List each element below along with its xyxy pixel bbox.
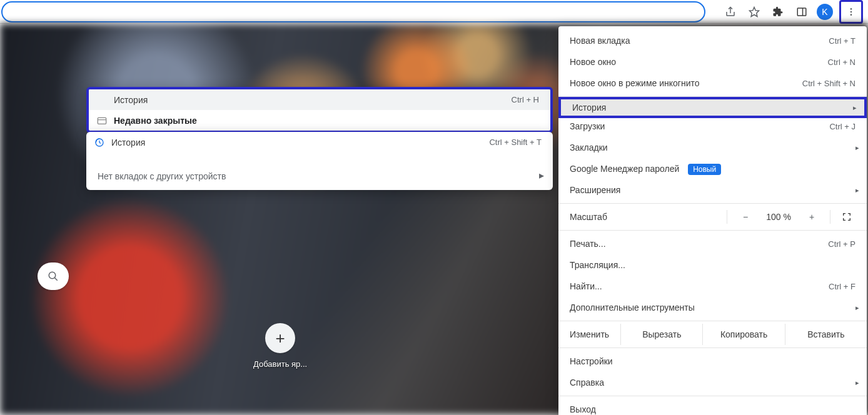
browser-toolbar: K bbox=[0, 0, 868, 24]
chevron-right-icon: ▸ bbox=[855, 186, 859, 194]
chevron-right-icon: ▸ bbox=[855, 144, 859, 152]
menu-label: Google Менеджер паролей Новый bbox=[570, 164, 721, 174]
menu-label: История bbox=[572, 102, 606, 112]
more-vert-icon[interactable] bbox=[842, 3, 860, 21]
menu-label: Трансляция... bbox=[570, 260, 625, 270]
new-badge: Новый bbox=[688, 164, 721, 175]
menu-shortcut: Ctrl + Shift + T bbox=[489, 138, 542, 147]
history-item-history[interactable]: История Ctrl + H bbox=[89, 89, 550, 110]
chrome-main-menu: Новая вкладка Ctrl + T Новое окно Ctrl +… bbox=[558, 26, 867, 415]
search-icon bbox=[48, 271, 59, 282]
history-no-tabs-text: Нет вкладок с других устройств bbox=[98, 171, 226, 181]
menu-label: Выход bbox=[570, 404, 596, 414]
plus-icon: + bbox=[265, 323, 295, 353]
menu-settings[interactable]: Настройки bbox=[558, 351, 867, 372]
profile-avatar[interactable]: K bbox=[817, 4, 833, 20]
search-box[interactable] bbox=[38, 262, 69, 290]
menu-zoom: Масштаб − 100 % + bbox=[558, 206, 867, 228]
menu-downloads[interactable]: Загрузки Ctrl + J bbox=[558, 116, 867, 137]
address-bar[interactable] bbox=[1, 1, 705, 22]
menu-cast[interactable]: Трансляция... bbox=[558, 254, 867, 276]
svg-marker-0 bbox=[750, 8, 759, 17]
menu-password-manager[interactable]: Google Менеджер паролей Новый bbox=[558, 158, 867, 179]
menu-shortcut: Ctrl + J bbox=[829, 122, 855, 131]
menu-separator bbox=[558, 230, 867, 231]
history-item-tabs[interactable]: История Ctrl + Shift + T bbox=[86, 132, 553, 152]
menu-new-tab[interactable]: Новая вкладка Ctrl + T bbox=[558, 30, 867, 51]
menu-label: Новая вкладка bbox=[570, 36, 630, 46]
menu-label: История bbox=[114, 95, 148, 105]
menu-separator bbox=[558, 348, 867, 348]
zoom-out-button[interactable]: − bbox=[739, 212, 752, 222]
more-menu-highlight bbox=[839, 0, 863, 24]
edit-cut-button[interactable]: Вырезать bbox=[620, 324, 702, 345]
menu-label: Загрузки bbox=[570, 121, 605, 131]
menu-new-window[interactable]: Новое окно Ctrl + N bbox=[558, 51, 867, 72]
menu-extensions[interactable]: Расширения ▸ bbox=[558, 179, 867, 201]
menu-label: Расширения bbox=[570, 185, 620, 195]
menu-help[interactable]: Справка ▸ bbox=[558, 372, 867, 393]
svg-point-4 bbox=[850, 11, 852, 13]
history-item-recently-closed[interactable]: Недавно закрытые bbox=[89, 110, 550, 131]
svg-rect-1 bbox=[797, 8, 806, 16]
tab-icon bbox=[96, 115, 108, 126]
zoom-in-button[interactable]: + bbox=[805, 212, 819, 222]
menu-label: Недавно закрытые bbox=[114, 116, 197, 126]
svg-line-7 bbox=[54, 278, 58, 281]
menu-label: Изменить bbox=[558, 324, 620, 345]
add-shortcut-label: Добавить яр... bbox=[253, 359, 307, 369]
menu-shortcut: Ctrl + N bbox=[828, 58, 855, 67]
share-icon[interactable] bbox=[722, 3, 739, 21]
fullscreen-icon[interactable] bbox=[842, 212, 855, 222]
menu-find[interactable]: Найти... Ctrl + F bbox=[558, 276, 867, 297]
menu-label: Новое окно bbox=[570, 57, 616, 67]
chevron-right-icon[interactable]: ▸ bbox=[539, 169, 544, 181]
menu-label: Масштаб bbox=[570, 212, 607, 222]
bookmark-star-icon[interactable] bbox=[745, 3, 763, 21]
add-shortcut[interactable]: + Добавить яр... bbox=[253, 323, 307, 369]
svg-point-6 bbox=[49, 272, 56, 279]
edit-copy-button[interactable]: Копировать bbox=[702, 324, 784, 345]
menu-shortcut: Ctrl + H bbox=[512, 95, 539, 104]
svg-rect-8 bbox=[98, 118, 106, 124]
menu-more-tools[interactable]: Дополнительные инструменты ▸ bbox=[558, 297, 867, 318]
chevron-right-icon: ▸ bbox=[853, 104, 857, 112]
history-submenu: История Ctrl + H Недавно закрытые Истори… bbox=[86, 87, 553, 190]
menu-label: Настройки bbox=[570, 356, 613, 366]
edit-paste-button[interactable]: Вставить bbox=[785, 324, 867, 345]
history-submenu-rest: История Ctrl + Shift + T Нет вкладок с д… bbox=[86, 132, 553, 190]
menu-shortcut: Ctrl + Shift + N bbox=[802, 79, 855, 88]
zoom-value: 100 % bbox=[764, 212, 794, 222]
toolbar-actions: K bbox=[722, 0, 868, 24]
menu-exit[interactable]: Выход bbox=[558, 399, 867, 415]
menu-separator bbox=[558, 321, 867, 321]
menu-label: Справка bbox=[570, 378, 604, 388]
chevron-right-icon: ▸ bbox=[855, 379, 859, 387]
menu-label: Найти... bbox=[570, 281, 602, 291]
menu-incognito[interactable]: Новое окно в режиме инкогнито Ctrl + Shi… bbox=[558, 72, 867, 94]
menu-edit-row: Изменить Вырезать Копировать Вставить bbox=[558, 324, 867, 345]
history-clock-icon bbox=[94, 137, 105, 148]
menu-shortcut: Ctrl + F bbox=[829, 282, 855, 291]
menu-print[interactable]: Печать... Ctrl + P bbox=[558, 233, 867, 254]
chevron-right-icon: ▸ bbox=[855, 304, 859, 312]
menu-history[interactable]: История ▸ bbox=[558, 97, 867, 118]
svg-point-3 bbox=[850, 8, 852, 10]
menu-separator bbox=[558, 203, 867, 204]
menu-shortcut: Ctrl + P bbox=[828, 239, 855, 249]
svg-point-5 bbox=[850, 14, 852, 16]
menu-bookmarks[interactable]: Закладки ▸ bbox=[558, 137, 867, 158]
menu-label: Дополнительные инструменты bbox=[570, 302, 695, 312]
extensions-puzzle-icon[interactable] bbox=[769, 3, 787, 21]
menu-shortcut: Ctrl + T bbox=[829, 36, 855, 46]
side-panel-icon[interactable] bbox=[793, 3, 810, 21]
menu-label: Закладки bbox=[570, 142, 608, 152]
menu-label: Новое окно в режиме инкогнито bbox=[570, 78, 700, 88]
menu-label: История bbox=[111, 138, 145, 148]
menu-label: Печать... bbox=[570, 239, 606, 249]
history-submenu-highlighted: История Ctrl + H Недавно закрытые bbox=[86, 87, 553, 133]
menu-separator bbox=[558, 396, 867, 396]
